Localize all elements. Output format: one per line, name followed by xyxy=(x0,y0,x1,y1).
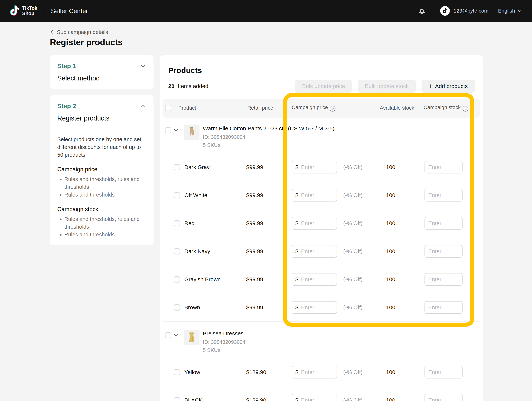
currency-prefix: $ xyxy=(295,248,298,254)
expand-chevron-icon[interactable] xyxy=(173,129,179,132)
product-group-row: Warm Pile Cotton Pants 21-23 cm (US W 5-… xyxy=(163,117,480,153)
sku-name: Grayish Brown xyxy=(184,276,221,283)
campaign-price-heading: Campaign price xyxy=(57,166,146,173)
add-products-button[interactable]: + Add products xyxy=(422,80,475,93)
bullet-item: Rules and thresholds, rules and threshol… xyxy=(64,175,146,191)
expand-chevron-icon[interactable] xyxy=(173,334,179,337)
campaign-price-input[interactable] xyxy=(301,248,333,254)
campaign-stock-field xyxy=(424,161,462,173)
campaign-stock-input[interactable] xyxy=(428,220,459,226)
sku-retail-price: $99.99 xyxy=(246,304,263,311)
column-available-stock: Available stock xyxy=(380,105,414,111)
campaign-stock-field xyxy=(424,245,462,258)
sku-row: Red $99.99 $ (-% Off) 100 xyxy=(163,209,480,237)
product-info: Warm Pile Cotton Pants 21-23 cm (US W 5-… xyxy=(203,125,334,148)
chevron-left-icon xyxy=(50,29,54,35)
plus-icon: + xyxy=(429,83,432,90)
campaign-stock-input[interactable] xyxy=(428,304,459,311)
bulk-update-price-button[interactable]: Bulk update price xyxy=(295,80,352,93)
campaign-stock-input[interactable] xyxy=(428,164,459,170)
sku-checkbox[interactable] xyxy=(174,220,180,226)
product-sku-count: 5 SKUs xyxy=(203,142,334,148)
discount-off-label: (-% Off) xyxy=(343,369,362,375)
sku-checkbox[interactable] xyxy=(174,369,180,375)
campaign-price-bullets: Rules and thresholds, rules and threshol… xyxy=(57,175,146,198)
step1-title: Select method xyxy=(57,74,146,82)
campaign-price-input[interactable] xyxy=(301,397,333,401)
account-email[interactable]: 123@byte.com xyxy=(454,8,488,14)
sku-retail-price: $99.99 xyxy=(246,276,263,283)
campaign-price-input[interactable] xyxy=(301,164,333,170)
panel-title: Products xyxy=(168,66,475,75)
campaign-stock-input[interactable] xyxy=(428,192,459,198)
steps-sidebar: Step 1 Select method Step 2 Register pro… xyxy=(50,55,153,246)
language-chevron-down-icon[interactable] xyxy=(517,9,522,12)
chevron-down-icon[interactable] xyxy=(140,64,146,68)
products-table: Product Retail price Campaign price? Ava… xyxy=(163,99,480,401)
campaign-price-field: $ xyxy=(292,161,337,173)
sku-name: BLACK xyxy=(184,397,203,401)
discount-off-label: (-% Off) xyxy=(343,397,362,401)
campaign-stock-input[interactable] xyxy=(428,276,459,283)
header-right-divider xyxy=(433,9,433,13)
sku-checkbox[interactable] xyxy=(174,304,180,311)
campaign-price-field: $ xyxy=(292,273,337,286)
sku-checkbox[interactable] xyxy=(174,164,180,170)
sku-retail-price: $129.90 xyxy=(246,369,266,375)
tiktok-shop-wordmark: TikTok Shop xyxy=(22,6,37,16)
sku-retail-price: $129.90 xyxy=(246,397,266,401)
language-selector[interactable]: English xyxy=(498,8,515,14)
product-group-row: Brelsea Dresses ID: 398482093094 5 SKUs xyxy=(163,322,480,358)
step2-label: Step 2 xyxy=(57,102,76,110)
product-title: Brelsea Dresses xyxy=(203,330,245,337)
campaign-stock-field xyxy=(424,394,462,401)
product-checkbox[interactable] xyxy=(165,127,171,133)
column-product: Product xyxy=(178,105,196,111)
product-id: ID: 398482093094 xyxy=(203,339,245,345)
sku-row: Brown $99.99 $ (-% Off) 100 xyxy=(163,293,480,321)
sku-retail-price: $99.99 xyxy=(246,248,263,254)
sku-checkbox[interactable] xyxy=(174,397,180,401)
campaign-price-help-icon[interactable]: ? xyxy=(330,106,336,111)
sku-checkbox[interactable] xyxy=(174,248,180,254)
campaign-price-input[interactable] xyxy=(301,369,333,375)
product-image xyxy=(184,124,200,140)
bulk-update-stock-button[interactable]: Bulk update stock xyxy=(358,80,416,93)
sku-checkbox[interactable] xyxy=(174,276,180,283)
column-retail-price: Retail price xyxy=(247,105,273,111)
sku-available-stock: 100 xyxy=(386,276,395,283)
breadcrumb-back[interactable]: Sub campaign details xyxy=(50,29,483,35)
sku-available-stock: 100 xyxy=(386,192,395,198)
campaign-stock-field xyxy=(424,366,462,378)
campaign-stock-field xyxy=(424,217,462,229)
product-sku-count: 5 SKUs xyxy=(203,347,245,353)
notification-bell-icon[interactable] xyxy=(418,7,426,15)
sku-name: Dark Navy xyxy=(184,248,210,254)
top-bar: TikTok Shop Seller Center 123@byte.com E… xyxy=(0,0,532,22)
account-avatar[interactable] xyxy=(440,6,450,16)
campaign-stock-input[interactable] xyxy=(428,397,459,401)
campaign-price-input[interactable] xyxy=(301,304,333,311)
product-image xyxy=(184,330,200,345)
chevron-up-icon[interactable] xyxy=(140,104,146,108)
table-body: Warm Pile Cotton Pants 21-23 cm (US W 5-… xyxy=(163,117,480,401)
items-added: 20 Items added xyxy=(168,83,208,89)
campaign-price-input[interactable] xyxy=(301,220,333,226)
campaign-price-input[interactable] xyxy=(301,276,333,283)
sku-available-stock: 100 xyxy=(386,397,395,401)
campaign-stock-field xyxy=(424,273,462,286)
sku-checkbox[interactable] xyxy=(174,192,180,198)
items-added-count: 20 xyxy=(168,83,174,89)
campaign-price-input[interactable] xyxy=(301,192,333,198)
sku-name: Dark Gray xyxy=(184,164,210,170)
campaign-stock-heading: Campaign stock xyxy=(57,206,146,213)
select-all-checkbox[interactable] xyxy=(165,105,171,111)
campaign-stock-help-icon[interactable]: ? xyxy=(462,106,468,111)
product-checkbox[interactable] xyxy=(165,332,171,339)
campaign-stock-input[interactable] xyxy=(428,248,459,254)
table-header-row: Product Retail price Campaign price? Ava… xyxy=(163,99,480,117)
sku-available-stock: 100 xyxy=(386,220,395,226)
campaign-stock-input[interactable] xyxy=(428,369,459,375)
discount-off-label: (-% Off) xyxy=(343,276,362,283)
discount-off-label: (-% Off) xyxy=(343,248,362,254)
